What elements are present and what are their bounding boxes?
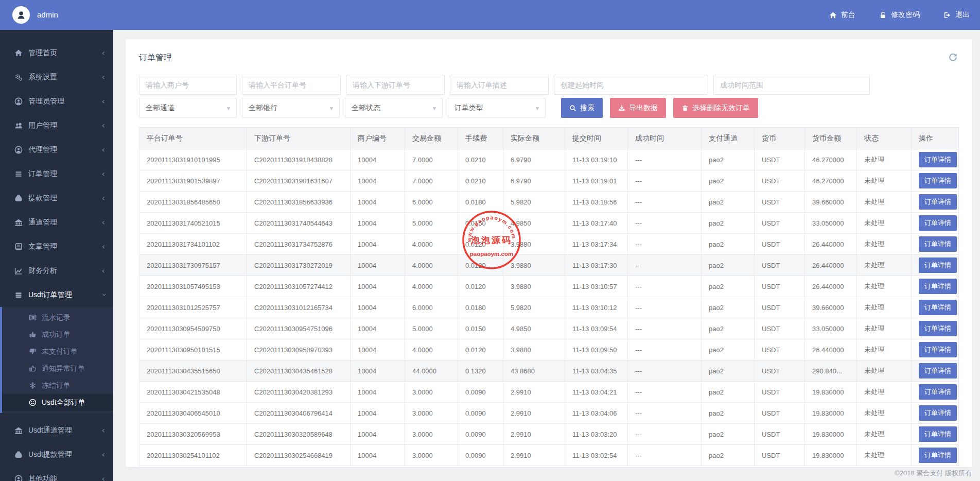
filter-input-order-desc[interactable] — [450, 75, 549, 95]
topbar-links: 前台修改密码退出 — [829, 0, 970, 30]
sidebar-item-system-settings[interactable]: 系统设置‹ — [0, 65, 113, 89]
table-header-row: 平台订单号下游订单号商户编号交易金额手续费实际金额提交时间成功时间支付通道货币货… — [139, 128, 959, 149]
cell-platform-no: 20201113031856485650 — [139, 192, 247, 213]
cell-merchant-no: 10004 — [351, 382, 405, 403]
filter-input-downstream-order-no[interactable] — [346, 75, 445, 95]
sidebar-subitem-notify-abnormal-orders[interactable]: 通知异常订单 — [2, 360, 113, 377]
sidebar-item-agent-management[interactable]: 代理管理‹ — [0, 138, 113, 162]
order-detail-button[interactable]: 订单详情 — [919, 363, 957, 379]
order-detail-button[interactable]: 订单详情 — [919, 448, 957, 463]
order-detail-button[interactable]: 订单详情 — [919, 384, 957, 400]
cell-fee: 0.0210 — [458, 149, 503, 170]
cell-platform-no: 20201113030406545010 — [139, 403, 247, 424]
filter-select-bank[interactable]: 全部银行▼ — [242, 98, 340, 118]
table-row: 20201113030421535048C2020111303042038129… — [139, 382, 959, 403]
topbar-link-front[interactable]: 前台 — [829, 10, 855, 20]
cell-merchant-no: 10004 — [351, 213, 405, 234]
table-row: 20201113031856485650C2020111303185663393… — [139, 192, 959, 213]
order-detail-button[interactable]: 订单详情 — [919, 236, 957, 252]
sidebar-item-order-management[interactable]: 订单管理‹ — [0, 162, 113, 186]
topbar-link-change-password[interactable]: 修改密码 — [879, 10, 920, 20]
admin-username: admin — [37, 0, 58, 30]
cell-currency-amount: 39.660000 — [805, 192, 857, 213]
cell-actual-amount: 2.9910 — [503, 382, 565, 403]
sidebar-item-channel-management[interactable]: 通道管理‹ — [0, 210, 113, 234]
order-detail-button[interactable]: 订单详情 — [919, 257, 957, 273]
table-row: 20201113030950101515C2020111303095097039… — [139, 339, 959, 360]
sidebar-subitem-label: Usdt全部订单 — [42, 398, 113, 407]
sidebar-subitem-frozen-orders[interactable]: 冻结订单 — [2, 377, 113, 394]
filter-select-channel[interactable]: 全部通道▼ — [139, 98, 237, 118]
filter-input-merchant-no[interactable] — [139, 75, 237, 95]
table-row: 20201113030320569953C2020111303032058964… — [139, 424, 959, 445]
cell-merchant-no: 10004 — [351, 149, 405, 170]
order-detail-button[interactable]: 订单详情 — [919, 152, 957, 167]
cell-success-time: --- — [628, 403, 702, 424]
cell-downstream-no: C20201113031730272019 — [247, 255, 351, 276]
cell-currency-amount: 33.050000 — [805, 318, 857, 339]
cell-merchant-no: 10004 — [351, 360, 405, 382]
cell-action: 订单详情 — [912, 403, 959, 424]
cell-status: 未处理 — [857, 297, 912, 318]
cell-amount: 7.0000 — [405, 170, 458, 192]
order-detail-button[interactable]: 订单详情 — [919, 405, 957, 421]
sidebar-item-usdt-order-management[interactable]: Usdt订单管理‹ — [0, 283, 113, 307]
filter-input-platform-order-no[interactable] — [242, 75, 341, 95]
sidebar-item-article-management[interactable]: 文章管理‹ — [0, 234, 113, 259]
cell-platform-no: 20201113030320569953 — [139, 424, 247, 445]
table-row: 20201113031730975157C2020111303173027201… — [139, 255, 959, 276]
order-detail-button[interactable]: 订单详情 — [919, 342, 957, 357]
cell-merchant-no: 10004 — [351, 403, 405, 424]
sidebar-item-dashboard[interactable]: 管理首页‹ — [0, 41, 113, 65]
order-detail-button[interactable]: 订单详情 — [919, 173, 957, 188]
sidebar-subitem-usdt-all-orders[interactable]: Usdt全部订单 — [2, 394, 113, 411]
avatar[interactable] — [12, 6, 30, 24]
order-detail-button[interactable]: 订单详情 — [919, 215, 957, 231]
cell-success-time: --- — [628, 276, 702, 297]
cell-amount: 44.0000 — [405, 360, 458, 382]
topbar-link-logout[interactable]: 退出 — [943, 10, 970, 20]
filter-select-status[interactable]: 全部状态▼ — [345, 98, 443, 118]
search-button[interactable]: 搜索 — [561, 98, 603, 118]
sidebar-item-usdt-channel-management[interactable]: Usdt通道管理‹ — [0, 418, 113, 442]
sidebar-subitem-flow-records[interactable]: 流水记录 — [2, 309, 113, 326]
cell-action: 订单详情 — [912, 276, 959, 297]
refresh-icon[interactable] — [949, 53, 957, 63]
sidebar-item-admin-management[interactable]: 管理员管理‹ — [0, 89, 113, 113]
cell-actual-amount: 6.9790 — [503, 170, 565, 192]
column-header: 提交时间 — [565, 128, 628, 149]
cell-actual-amount: 5.9820 — [503, 297, 565, 318]
order-detail-button[interactable]: 订单详情 — [919, 279, 957, 294]
order-detail-button[interactable]: 订单详情 — [919, 194, 957, 210]
filter-select-order-type[interactable]: 订单类型▼ — [448, 98, 546, 118]
sidebar-item-other-functions[interactable]: 其他功能‹ — [0, 467, 113, 481]
cell-amount: 4.0000 — [405, 339, 458, 360]
filter-input-success-time-range[interactable] — [713, 75, 870, 95]
order-detail-button[interactable]: 订单详情 — [919, 321, 957, 336]
delete-invalid-orders-button[interactable]: 选择删除无效订单 — [673, 98, 758, 118]
sidebar-subitem-success-orders[interactable]: 成功订单 — [2, 326, 113, 343]
sidebar-subitem-label: 流水记录 — [42, 313, 113, 322]
cell-fee: 0.0120 — [458, 339, 503, 360]
money-bag-icon — [14, 451, 23, 459]
sidebar-item-usdt-withdraw-management[interactable]: Usdt提款管理‹ — [0, 442, 113, 467]
order-detail-button[interactable]: 订单详情 — [919, 300, 957, 315]
filter-input-create-time-range[interactable] — [554, 75, 708, 95]
chevron-left-icon: ‹ — [102, 169, 105, 179]
sidebar-item-withdraw-management[interactable]: 提款管理‹ — [0, 186, 113, 210]
sidebar-item-user-management[interactable]: 用户管理‹ — [0, 113, 113, 138]
sidebar-item-label: 文章管理 — [28, 242, 102, 251]
cell-fee: 0.1320 — [458, 360, 503, 382]
order-detail-button[interactable]: 订单详情 — [919, 426, 957, 442]
cell-submit-time: 11-13 03:03:20 — [565, 424, 628, 445]
export-data-button[interactable]: 导出数据 — [610, 98, 666, 118]
cell-currency: USDT — [755, 213, 805, 234]
sidebar-item-finance-analysis[interactable]: 财务分析‹ — [0, 259, 113, 283]
cell-status: 未处理 — [857, 170, 912, 192]
sidebar-subitem-unpaid-orders[interactable]: 未支付订单 — [2, 343, 113, 360]
sidebar-subitem-label: 冻结订单 — [42, 381, 113, 390]
cell-status: 未处理 — [857, 382, 912, 403]
cell-currency: USDT — [755, 424, 805, 445]
money-bag-icon — [14, 194, 23, 202]
topbar-link-label: 退出 — [955, 10, 970, 20]
